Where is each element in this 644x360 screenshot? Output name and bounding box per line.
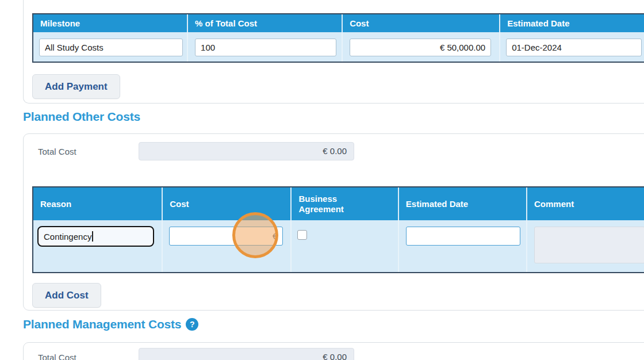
other-costs-table: Reason Cost Business Agreement Estimated… xyxy=(32,186,644,273)
total-cost-label: Total Cost xyxy=(38,353,76,360)
pct-of-total-cost-input[interactable] xyxy=(195,39,336,56)
add-payment-button[interactable]: Add Payment xyxy=(32,74,120,99)
total-cost-readonly-field: € 0.00 xyxy=(139,142,354,160)
other-cost-input[interactable] xyxy=(169,227,283,246)
column-header-pct-of-total-cost: % of Total Cost xyxy=(188,14,343,32)
planned-costs-page: Milestone % of Total Cost Cost Estimated… xyxy=(0,0,644,360)
column-header-cost: Cost xyxy=(343,14,500,32)
total-cost-readonly-field: € 0.00 xyxy=(139,348,354,360)
other-cost-estimated-date-input[interactable] xyxy=(406,227,520,246)
comment-textarea[interactable] xyxy=(534,227,644,263)
planned-other-costs-panel: Total Cost € 0.00 Reason Cost Business A… xyxy=(23,133,644,311)
column-header-business-agreement: Business Agreement xyxy=(292,187,398,220)
business-agreement-checkbox[interactable] xyxy=(297,230,307,240)
milestones-table: Milestone % of Total Cost Cost Estimated… xyxy=(32,13,644,63)
column-header-milestone: Milestone xyxy=(33,14,188,32)
milestone-table-row xyxy=(33,32,644,62)
other-cost-table-row: Contingency xyxy=(33,220,644,272)
column-header-estimated-date: Estimated Date xyxy=(399,187,527,220)
milestone-cost-input[interactable] xyxy=(350,39,491,56)
total-cost-label: Total Cost xyxy=(38,147,76,156)
other-costs-table-header-row: Reason Cost Business Agreement Estimated… xyxy=(33,187,644,220)
column-header-estimated-date: Estimated Date xyxy=(500,14,644,32)
milestone-input[interactable] xyxy=(39,39,183,56)
milestone-payments-panel: Milestone % of Total Cost Cost Estimated… xyxy=(23,0,644,104)
planned-management-costs-heading: Planned Management Costs ? xyxy=(23,317,198,331)
help-icon[interactable]: ? xyxy=(186,318,198,331)
milestones-table-header-row: Milestone % of Total Cost Cost Estimated… xyxy=(33,14,644,32)
add-cost-button[interactable]: Add Cost xyxy=(32,283,101,308)
column-header-reason: Reason xyxy=(33,187,163,220)
planned-other-costs-heading: Planned Other Costs xyxy=(23,110,140,124)
reason-input[interactable]: Contingency xyxy=(37,226,154,247)
milestone-estimated-date-input[interactable] xyxy=(506,39,642,56)
text-caret xyxy=(92,231,93,242)
planned-management-costs-panel: Total Cost € 0.00 xyxy=(23,342,644,360)
column-header-cost: Cost xyxy=(163,187,292,220)
column-header-comment: Comment xyxy=(527,187,644,220)
